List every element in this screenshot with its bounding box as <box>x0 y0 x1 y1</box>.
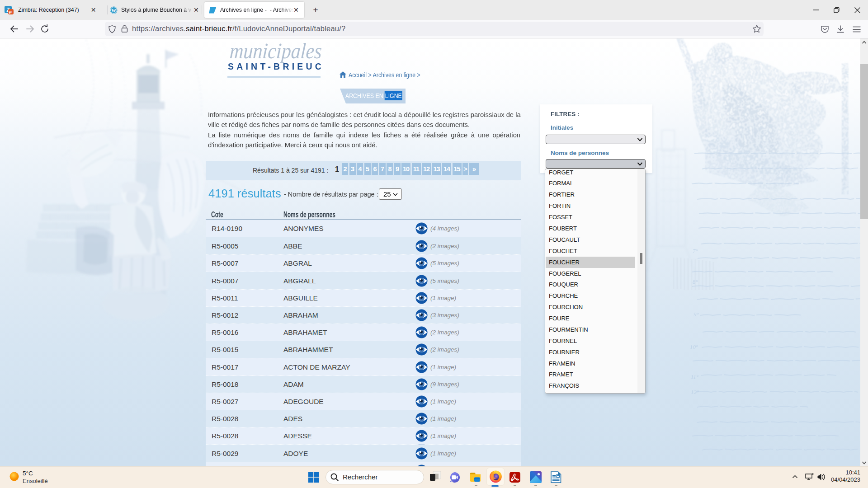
svg-text:8°: 8° <box>693 278 698 285</box>
svg-text:11°: 11° <box>691 373 698 380</box>
svg-text:10°: 10° <box>690 343 698 350</box>
svg-text:9+: 9+ <box>9 10 13 14</box>
svg-text:W: W <box>111 8 116 13</box>
svg-text:9°: 9° <box>693 311 699 318</box>
svg-text:12°: 12° <box>691 389 699 395</box>
svg-text:7°: 7° <box>693 248 698 254</box>
